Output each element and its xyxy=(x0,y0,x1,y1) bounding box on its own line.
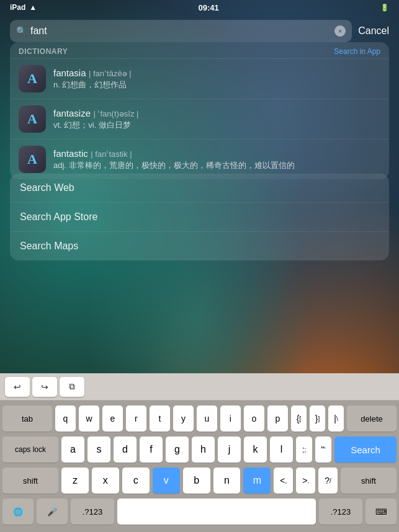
key-p[interactable]: p xyxy=(267,406,288,432)
status-bar: iPad ▲ 09:41 🔋 xyxy=(0,0,399,15)
status-right: 🔋 xyxy=(380,4,389,12)
mic-key[interactable]: 🎤 xyxy=(37,499,68,525)
return-key[interactable]: Search xyxy=(334,437,397,463)
key-e[interactable]: e xyxy=(102,406,123,432)
key-q[interactable]: q xyxy=(55,406,76,432)
paste-button[interactable]: ⧉ xyxy=(60,377,84,397)
key-h[interactable]: h xyxy=(192,437,215,463)
wifi-icon: ▲ xyxy=(29,3,37,12)
key-quote[interactable]: "' xyxy=(315,437,331,463)
dict-def-fantasize: vt. 幻想；vi. 做白日梦 xyxy=(53,120,380,131)
space-key[interactable] xyxy=(117,499,316,525)
key-o[interactable]: o xyxy=(244,406,264,432)
undo-button[interactable]: ↩ xyxy=(5,377,30,397)
key-x[interactable]: x xyxy=(92,468,119,494)
dict-icon-fantasia: A xyxy=(19,65,46,92)
search-maps-label: Search Maps xyxy=(20,241,78,252)
bottom-row: shift z x c v b n m <, >. ?/ shift xyxy=(2,468,397,494)
web-search-panel: Search Web Search App Store Search Maps xyxy=(10,174,389,260)
search-web-item[interactable]: Search Web xyxy=(10,174,389,202)
battery-icon: 🔋 xyxy=(380,4,389,12)
dict-content-fantasize: fantasize | ˈfan(t)əsīz | vt. 幻想；vi. 做白日… xyxy=(53,108,380,131)
keyboard-rows: tab q w e r t y u i o p {[ }] |\ delete … xyxy=(0,401,399,532)
cancel-button[interactable]: Cancel xyxy=(358,25,389,37)
search-appstore-label: Search App Store xyxy=(20,211,97,223)
key-k[interactable]: k xyxy=(244,437,267,463)
dictionary-header: DICTIONARY Search in App xyxy=(10,42,389,58)
right-shift-key[interactable]: shift xyxy=(341,468,397,494)
dictionary-panel: DICTIONARY Search in App A fantasia | fa… xyxy=(10,42,389,179)
key-d[interactable]: d xyxy=(114,437,137,463)
key-f[interactable]: f xyxy=(140,437,163,463)
key-z[interactable]: z xyxy=(61,468,89,494)
dict-content-fantastic: fantastic | fanˈtastik | adj. 非常棒的，荒唐的，极… xyxy=(53,148,380,171)
search-bar[interactable]: 🔍 fant × xyxy=(10,20,352,42)
caps-lock-key[interactable]: caps lock xyxy=(2,437,58,463)
keyboard[interactable]: ↩ ↪ ⧉ tab q w e r t y u i o p {[ }] |\ d… xyxy=(0,373,399,532)
search-web-label: Search Web xyxy=(20,182,74,193)
dict-def-fantasia: n. 幻想曲，幻想作品 xyxy=(53,79,380,91)
tab-key[interactable]: tab xyxy=(2,406,52,432)
key-r[interactable]: r xyxy=(126,406,146,432)
dict-phonetic-fantastic: | fanˈtastik | xyxy=(91,149,132,159)
key-g[interactable]: g xyxy=(166,437,189,463)
search-input[interactable]: fant xyxy=(30,25,331,37)
key-a[interactable]: a xyxy=(61,437,84,463)
num-right-key[interactable]: .?123 xyxy=(319,499,362,525)
redo-button[interactable]: ↪ xyxy=(32,377,57,397)
left-shift-key[interactable]: shift xyxy=(2,468,58,494)
key-u[interactable]: u xyxy=(197,406,217,432)
key-y[interactable]: y xyxy=(173,406,194,432)
ipad-label: iPad xyxy=(10,3,25,12)
key-s[interactable]: s xyxy=(87,437,110,463)
key-l[interactable]: l xyxy=(270,437,293,463)
key-j[interactable]: j xyxy=(218,437,241,463)
globe-key[interactable]: 🌐 xyxy=(2,499,34,525)
key-w[interactable]: w xyxy=(79,406,99,432)
key-n[interactable]: n xyxy=(213,468,241,494)
key-pipe[interactable]: |\ xyxy=(328,406,344,432)
key-rbrace[interactable]: }] xyxy=(310,406,325,432)
keyboard-toolbar: ↩ ↪ ⧉ xyxy=(0,373,399,401)
key-i[interactable]: i xyxy=(220,406,241,432)
status-left: iPad ▲ xyxy=(10,3,37,12)
number-row: tab q w e r t y u i o p {[ }] |\ delete xyxy=(2,406,397,432)
key-colon[interactable]: :; xyxy=(296,437,312,463)
key-b[interactable]: b xyxy=(183,468,210,494)
dict-icon-fantastic: A xyxy=(19,146,46,173)
dict-def-fantastic: adj. 非常棒的，荒唐的，极快的，极大的，稀奇古怪的，难以置信的 xyxy=(53,160,380,171)
dict-content-fantasia: fantasia | fanˈtāzēə | n. 幻想曲，幻想作品 xyxy=(53,68,380,91)
key-v[interactable]: v xyxy=(153,468,180,494)
middle-row: caps lock a s d f g h j k l :; "' Search xyxy=(2,437,397,463)
dict-word-fantasia: fantasia xyxy=(53,68,86,78)
key-t[interactable]: t xyxy=(150,406,170,432)
dict-word-fantasize: fantasize xyxy=(53,108,91,118)
spacebar-row: 🌐 🎤 .?123 .?123 ⌨ xyxy=(2,499,397,530)
dict-icon-fantasize: A xyxy=(19,105,46,133)
key-lt[interactable]: <, xyxy=(274,468,293,494)
key-question[interactable]: ?/ xyxy=(318,468,338,494)
search-in-app-button[interactable]: Search in App xyxy=(334,47,380,56)
search-icon: 🔍 xyxy=(16,26,27,36)
search-maps-item[interactable]: Search Maps xyxy=(10,231,389,260)
key-c[interactable]: c xyxy=(122,468,150,494)
delete-key[interactable]: delete xyxy=(347,406,397,432)
dictionary-item-fantasia[interactable]: A fantasia | fanˈtāzēə | n. 幻想曲，幻想作品 xyxy=(10,58,389,99)
clear-button[interactable]: × xyxy=(334,25,346,37)
dictionary-item-fantasize[interactable]: A fantasize | ˈfan(t)əsīz | vt. 幻想；vi. 做… xyxy=(10,99,389,139)
key-m[interactable]: m xyxy=(243,468,271,494)
dict-phonetic-fantasize: | ˈfan(t)əsīz | xyxy=(94,109,139,118)
key-gt[interactable]: >. xyxy=(296,468,315,494)
dictionary-label: DICTIONARY xyxy=(19,47,68,56)
num-left-key[interactable]: .?123 xyxy=(71,499,114,525)
dict-phonetic-fantasia: | fanˈtāzēə | xyxy=(89,69,132,78)
key-lbrace[interactable]: {[ xyxy=(291,406,307,432)
search-appstore-item[interactable]: Search App Store xyxy=(10,202,389,231)
status-time: 09:41 xyxy=(198,3,218,12)
dict-word-fantastic: fantastic xyxy=(53,148,88,159)
keyboard-hide-key[interactable]: ⌨ xyxy=(365,499,397,525)
